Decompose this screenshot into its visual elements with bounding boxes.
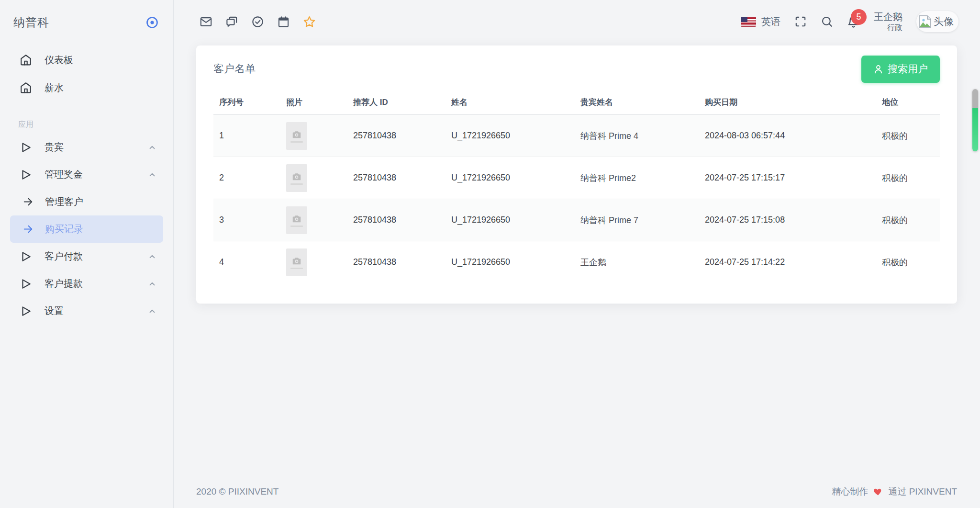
- chevron-up-icon: [148, 280, 156, 288]
- sidebar-nav: 仪表板 薪水 应用 贵宾: [0, 45, 173, 325]
- footer-credit: 精心制作 通过 PIXINVENT: [832, 485, 957, 498]
- name-cell: U_1721926650: [445, 215, 575, 225]
- placeholder-caption: [290, 183, 303, 185]
- scrollbar-thumb[interactable]: [972, 89, 978, 151]
- status-cell: 积极的: [876, 257, 940, 268]
- notification-badge: 5: [851, 9, 867, 25]
- serial-cell: 2: [213, 173, 280, 183]
- sidebar-item-label: 薪水: [45, 81, 64, 94]
- heart-icon: [873, 487, 883, 497]
- sidebar-item-salary[interactable]: 薪水: [10, 74, 163, 102]
- status-cell: 积极的: [876, 130, 940, 142]
- sidebar-group-settings[interactable]: 设置: [10, 297, 163, 325]
- photo-placeholder: [286, 248, 307, 276]
- topbar-right: 英语 5 王企鹅 行政: [741, 11, 958, 33]
- arrow-right-icon: [22, 196, 33, 207]
- name-cell: U_1721926650: [445, 131, 575, 141]
- footer-made-with: 精心制作: [832, 485, 868, 498]
- placeholder-caption: [290, 268, 303, 269]
- column-header-serial: 序列号: [213, 97, 280, 108]
- check-circle-icon[interactable]: [251, 15, 264, 28]
- card-header: 客户名单 搜索用户: [213, 45, 940, 90]
- mail-icon[interactable]: [200, 15, 212, 28]
- table-row[interactable]: 1 257810438 U_1721926650 纳普科 Prime 4 202…: [213, 115, 940, 157]
- page-title: 客户名单: [213, 62, 256, 76]
- chat-icon[interactable]: [225, 15, 238, 28]
- sidebar-item-dashboard[interactable]: 仪表板: [10, 46, 163, 74]
- sidebar-item-label: 管理客户: [45, 195, 83, 208]
- sidebar-item-purchase-records[interactable]: 购买记录: [10, 215, 163, 243]
- play-icon: [20, 305, 32, 317]
- calendar-icon[interactable]: [277, 15, 290, 28]
- search-user-button-label: 搜索用户: [888, 62, 928, 76]
- chevron-up-icon: [148, 307, 156, 316]
- brand-name: 纳普科: [13, 15, 49, 30]
- app-root: 纳普科 仪表板 薪水 应用: [0, 0, 980, 508]
- search-user-button[interactable]: 搜索用户: [861, 56, 940, 83]
- search-icon[interactable]: [821, 15, 833, 28]
- sidebar-section-label: 应用: [18, 120, 173, 130]
- column-header-name: 姓名: [445, 97, 575, 108]
- purchase-date-cell: 2024-07-25 17:14:22: [699, 257, 876, 267]
- user-menu[interactable]: 王企鹅 行政: [874, 11, 902, 33]
- column-header-photo: 照片: [280, 97, 347, 108]
- table-row[interactable]: 4 257810438 U_1721926650 王企鹅 2024-07-25 …: [213, 241, 940, 283]
- sidebar-item-label: 设置: [45, 305, 64, 317]
- fullscreen-icon[interactable]: [794, 15, 807, 28]
- table-row[interactable]: 3 257810438 U_1721926650 纳普科 Prime 7 202…: [213, 199, 940, 241]
- chevron-up-icon: [148, 143, 156, 152]
- referral-id-cell: 257810438: [347, 215, 445, 225]
- language-selector[interactable]: 英语: [741, 15, 780, 28]
- footer-copyright: 2020 © PIIXINVENT: [196, 486, 278, 497]
- sidebar-group-vip[interactable]: 贵宾: [10, 134, 163, 161]
- sidebar-group-customer-withdrawals[interactable]: 客户提款: [10, 270, 163, 297]
- chevron-up-icon: [148, 170, 156, 179]
- photo-cell: [280, 164, 347, 192]
- serial-cell: 1: [213, 131, 280, 141]
- vip-name-cell: 纳普科 Prime2: [575, 172, 699, 184]
- sidebar-item-label: 购买记录: [45, 223, 83, 236]
- name-cell: U_1721926650: [445, 173, 575, 183]
- user-icon: [873, 64, 883, 74]
- referral-id-cell: 257810438: [347, 131, 445, 141]
- home-icon: [20, 81, 32, 94]
- serial-cell: 3: [213, 215, 280, 225]
- user-name: 王企鹅: [874, 11, 902, 23]
- sidebar-item-manage-customers[interactable]: 管理客户: [10, 188, 163, 215]
- play-icon: [20, 278, 32, 290]
- topbar: 英语 5 王企鹅 行政: [174, 0, 980, 43]
- language-label: 英语: [761, 15, 780, 28]
- column-header-vip-name: 贵宾姓名: [575, 97, 699, 108]
- vip-name-cell: 王企鹅: [575, 257, 699, 268]
- sidebar-item-label: 客户提款: [45, 277, 83, 290]
- sidebar-toggle-disc-icon[interactable]: [145, 16, 159, 29]
- footer: 2020 © PIIXINVENT 精心制作 通过 PIXINVENT: [174, 480, 980, 504]
- arrow-right-icon: [22, 224, 33, 235]
- play-icon: [20, 250, 32, 263]
- play-icon: [20, 169, 32, 181]
- serial-cell: 4: [213, 257, 280, 267]
- vip-name-cell: 纳普科 Prime 7: [575, 214, 699, 226]
- sidebar-item-label: 客户付款: [45, 250, 83, 263]
- sidebar-item-label: 贵宾: [45, 141, 64, 154]
- placeholder-caption: [290, 226, 303, 227]
- column-header-purchase-date: 购买日期: [699, 97, 876, 108]
- sidebar-group-customer-payments[interactable]: 客户付款: [10, 243, 163, 270]
- play-icon: [20, 141, 32, 154]
- avatar[interactable]: 头像: [916, 11, 958, 32]
- photo-cell: [280, 206, 347, 234]
- table-row[interactable]: 2 257810438 U_1721926650 纳普科 Prime2 2024…: [213, 157, 940, 199]
- photo-cell: [280, 122, 347, 150]
- avatar-alt-text: 头像: [934, 15, 954, 28]
- notification-bell[interactable]: 5: [847, 15, 860, 28]
- referral-id-cell: 257810438: [347, 257, 445, 267]
- column-header-status: 地位: [876, 97, 940, 108]
- main-area: 英语 5 王企鹅 行政: [174, 0, 980, 508]
- star-icon[interactable]: [303, 15, 316, 28]
- sidebar: 纳普科 仪表板 薪水 应用: [0, 0, 174, 508]
- topbar-shortcuts: [200, 15, 316, 28]
- sidebar-group-manage-bonus[interactable]: 管理奖金: [10, 161, 163, 188]
- chevron-up-icon: [148, 252, 156, 261]
- photo-placeholder: [286, 122, 307, 150]
- vip-name-cell: 纳普科 Prime 4: [575, 130, 699, 142]
